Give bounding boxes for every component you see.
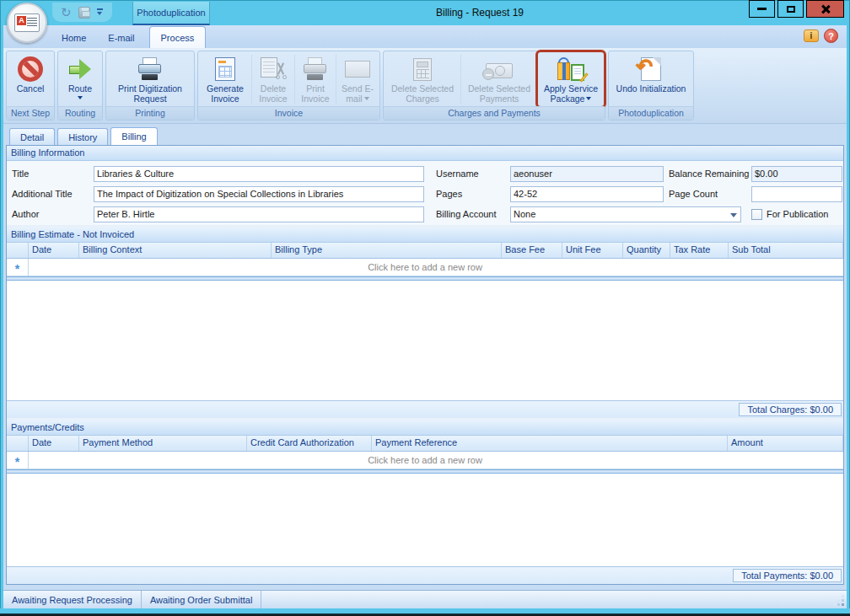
group-label-next-step: Next Step — [7, 106, 54, 120]
payments-credits-header: Payments/Credits — [7, 420, 843, 436]
refresh-icon[interactable]: ↻ — [61, 6, 72, 19]
undo-initialization-button[interactable]: ↶ Undo Initialization — [610, 52, 692, 106]
for-publication-checkbox[interactable] — [751, 209, 762, 220]
service-package-gift-icon — [557, 56, 585, 83]
additional-title-label: Additional Title — [12, 189, 94, 199]
author-input[interactable] — [94, 206, 424, 222]
tab-detail[interactable]: Detail — [9, 128, 55, 145]
app-window: ↻ Photoduplication Billing - Request 19 … — [0, 0, 850, 616]
billing-estimate-empty-area — [7, 281, 843, 400]
application-menu-button[interactable] — [7, 3, 47, 43]
new-row-text: Click here to add a new row — [7, 259, 843, 276]
col-quantity[interactable]: Quantity — [623, 243, 670, 258]
col-amount[interactable]: Amount — [728, 436, 843, 451]
new-row-text: Click here to add a new row — [7, 452, 843, 469]
col-tax-rate[interactable]: Tax Rate — [670, 243, 729, 258]
ribbon-group-charges-payments: Delete Selected Charges Delete Selected … — [383, 51, 605, 121]
payments-new-row[interactable]: Click here to add a new row — [7, 452, 843, 469]
additional-title-input[interactable] — [94, 186, 424, 202]
col-payment-method[interactable]: Payment Method — [79, 436, 247, 451]
aeon-app-icon — [14, 13, 40, 32]
col-date[interactable]: Date — [29, 243, 79, 258]
group-label-routing: Routing — [58, 106, 102, 120]
col-credit-card-authorization[interactable]: Credit Card Authorization — [247, 436, 372, 451]
close-icon — [820, 4, 831, 14]
col-payment-reference[interactable]: Payment Reference — [372, 436, 728, 451]
status-order-state: Awaiting Order Submittal — [142, 591, 261, 608]
delete-selected-charges-button: Delete Selected Charges — [385, 52, 460, 106]
dropdown-caret-icon — [586, 97, 591, 103]
ribbon-group-routing: Route Routing — [57, 51, 103, 121]
billing-panel: Billing Information Title Username Balan… — [6, 145, 844, 585]
workspace: Detail History Billing Billing Informati… — [3, 124, 847, 590]
billing-account-select[interactable]: None — [510, 206, 741, 222]
tabrow-icons — [804, 29, 838, 43]
billing-account-value: None — [514, 209, 535, 219]
window-title: Billing - Request 19 — [110, 7, 850, 19]
author-label: Author — [12, 209, 94, 219]
invoice-icon — [215, 57, 235, 81]
balance-remaining-label: Balance Remaining — [669, 169, 751, 179]
maximize-button[interactable] — [777, 0, 804, 18]
billing-account-label: Billing Account — [436, 209, 510, 219]
username-field — [510, 166, 664, 182]
col-billing-context[interactable]: Billing Context — [79, 243, 272, 258]
balance-remaining-field — [751, 166, 842, 182]
payments-empty-area — [7, 474, 843, 566]
billing-information-header: Billing Information — [7, 146, 843, 161]
group-label-invoice: Invoice — [198, 106, 379, 120]
tab-email[interactable]: E-mail — [97, 27, 145, 48]
tab-billing[interactable]: Billing — [110, 127, 157, 145]
printer-icon — [137, 57, 164, 81]
window-controls — [746, 0, 844, 18]
cancel-button[interactable]: Cancel — [8, 52, 53, 106]
col-date[interactable]: Date — [29, 436, 79, 451]
status-bar: Awaiting Request Processing Awaiting Ord… — [3, 590, 847, 608]
window-bottom-edge — [0, 608, 850, 616]
group-label-charges-payments: Charges and Payments — [384, 106, 605, 120]
pages-input[interactable] — [510, 186, 664, 202]
dropdown-caret-icon — [364, 97, 369, 103]
tab-history[interactable]: History — [57, 128, 108, 145]
total-payments-value: Total Payments: $0.00 — [733, 569, 842, 582]
route-button[interactable]: Route — [59, 52, 101, 106]
col-billing-type[interactable]: Billing Type — [272, 243, 502, 258]
status-request-state: Awaiting Request Processing — [3, 591, 142, 608]
col-sub-total[interactable]: Sub Total — [729, 243, 843, 258]
minimize-icon — [757, 8, 767, 10]
print-digitization-request-button[interactable]: Print Digitization Request — [107, 52, 193, 106]
record-tabs: Detail History Billing — [9, 127, 844, 145]
col-unit-fee[interactable]: Unit Fee — [562, 243, 623, 258]
page-count-label: Page Count — [669, 189, 751, 199]
ribbon-tabs: Home E-mail Process — [51, 25, 206, 48]
title-input[interactable] — [94, 166, 424, 182]
print-invoice-button: Print Invoice — [295, 52, 336, 106]
qat-customize-icon[interactable] — [97, 8, 104, 16]
billing-estimate-column-headers: Date Billing Context Billing Type Base F… — [7, 243, 843, 259]
group-label-photoduplication: Photoduplication — [609, 106, 693, 120]
generate-invoice-button[interactable]: Generate Invoice — [199, 52, 251, 106]
resize-grip[interactable] — [834, 596, 845, 607]
quick-access-toolbar: ↻ — [52, 3, 112, 22]
ribbon-group-photoduplication: ↶ Undo Initialization Photoduplication — [608, 51, 694, 121]
maximize-icon — [787, 6, 795, 13]
notes-info-icon[interactable] — [804, 29, 819, 42]
charges-calculator-icon — [413, 58, 432, 81]
page-count-input[interactable] — [751, 186, 842, 202]
tab-home[interactable]: Home — [51, 27, 97, 48]
email-envelope-icon — [345, 61, 370, 78]
col-base-fee[interactable]: Base Fee — [502, 243, 562, 258]
minimize-button[interactable] — [749, 0, 775, 18]
row-indicator-header — [7, 436, 29, 451]
for-publication-label: For Publication — [767, 209, 828, 219]
delete-selected-payments-button: Delete Selected Payments — [461, 52, 537, 106]
delete-invoice-button: Delete Invoice — [252, 52, 294, 106]
billing-estimate-new-row[interactable]: Click here to add a new row — [7, 259, 843, 276]
dropdown-caret-icon — [78, 96, 83, 102]
tab-process[interactable]: Process — [149, 26, 207, 48]
close-button[interactable] — [806, 0, 844, 18]
help-icon[interactable] — [824, 29, 838, 43]
save-icon[interactable] — [78, 7, 90, 19]
apply-service-package-button[interactable]: Apply Service Package — [538, 52, 604, 106]
total-payments-row: Total Payments: $0.00 — [7, 566, 843, 584]
